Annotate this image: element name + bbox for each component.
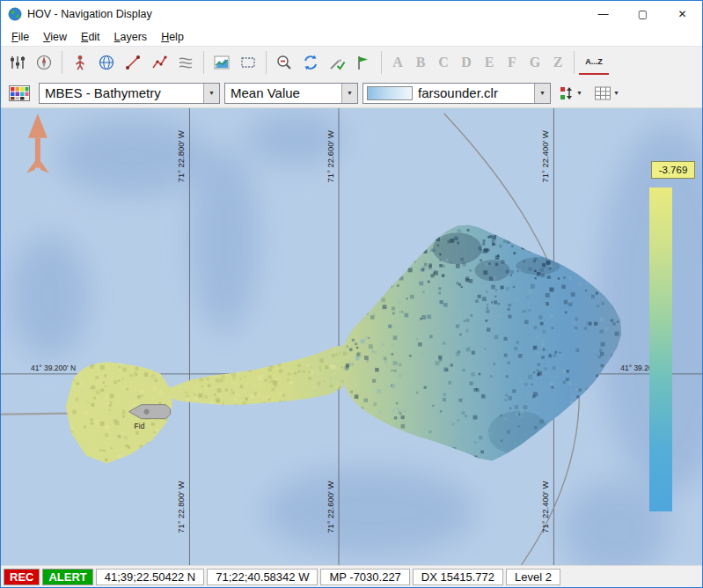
grid-toggle-button[interactable]: ▼ [590, 82, 623, 105]
menu-view[interactable]: View [36, 29, 74, 45]
toolbar-separator [574, 51, 575, 74]
lon-label-bottom-3: 71° 22.400' W [540, 481, 550, 533]
menu-bar: File View Edit Layers Help [1, 27, 702, 46]
line-points-icon [124, 54, 142, 71]
lon-label-top-3: 71° 22.400' W [540, 130, 550, 182]
lon-label-bottom-2: 71° 22.600' W [326, 481, 335, 533]
refresh-button[interactable] [297, 49, 324, 76]
sliders-icon [9, 54, 26, 71]
app-globe-icon [8, 7, 22, 21]
person-marker-button[interactable] [67, 49, 93, 76]
title-bar: HOV - Navigation Display — ▢ ✕ [1, 1, 702, 27]
colorbar-max-value: -3.769 [651, 161, 695, 179]
chevron-down-icon[interactable]: ▼ [341, 84, 357, 103]
globe-button[interactable] [93, 49, 120, 76]
map-canvas[interactable]: Fid 71° 22.800' W 71° 22.600' W 71° 22.4… [1, 108, 702, 565]
map-area[interactable]: Fid 71° 22.800' W 71° 22.600' W 71° 22.4… [1, 108, 702, 565]
select-rect-button[interactable] [235, 49, 261, 76]
chevron-down-icon: ▼ [613, 90, 619, 96]
chevron-down-icon[interactable]: ▼ [203, 84, 219, 103]
compass-button[interactable] [31, 49, 57, 76]
vessel-label: Fid [135, 422, 145, 430]
letter-button-c[interactable]: C [432, 50, 455, 75]
statistic-dropdown-value: Mean Value [225, 85, 341, 100]
toolbar-separator [266, 51, 267, 74]
grid-icon [594, 85, 611, 101]
mp-readout: MP -7030.227 [320, 569, 409, 585]
refresh-icon [302, 54, 319, 71]
line-points-button[interactable] [120, 49, 146, 76]
alert-badge: ALERT [42, 569, 92, 585]
colormap-dropdown-value: farsounder.clr [413, 85, 534, 100]
polyline-add-icon [150, 54, 168, 71]
toolbar-separator [62, 51, 62, 74]
toolbar-separator [203, 51, 204, 74]
lat-label-left: 41° 39.200' N [31, 364, 76, 372]
polyline-add-button[interactable] [146, 49, 172, 76]
sliders-button[interactable] [4, 49, 31, 76]
menu-edit[interactable]: Edit [74, 29, 107, 45]
palette-icon [9, 85, 30, 101]
zoom-out-button[interactable] [271, 49, 297, 76]
app-window: HOV - Navigation Display — ▢ ✕ File View… [0, 0, 703, 588]
measure-check-button[interactable] [324, 49, 350, 76]
depth-colorbar [649, 187, 672, 511]
color-scale-button[interactable]: ▼ [555, 82, 586, 105]
colormap-dropdown[interactable]: farsounder.clr ▼ [362, 83, 551, 104]
rec-badge: REC [4, 569, 40, 585]
lon-label-bottom-1: 71° 22.800' W [176, 481, 186, 533]
compass-icon [35, 54, 53, 71]
status-bar: REC ALERT 41;39;22.50422 N 71;22;40.5834… [1, 565, 702, 587]
dx-readout: DX 15415.772 [413, 569, 503, 585]
close-button[interactable]: ✕ [663, 1, 702, 27]
toolbar-separator [381, 51, 382, 74]
globe-icon [98, 54, 115, 71]
flag-icon [355, 54, 372, 71]
statistic-dropdown[interactable]: Mean Value ▼ [224, 83, 358, 104]
letter-button-g[interactable]: G [524, 50, 546, 75]
color-scale-icon [559, 85, 575, 101]
letter-button-a[interactable]: A [386, 50, 409, 75]
letter-button-f[interactable]: F [501, 50, 524, 75]
level-readout: Level 2 [506, 569, 560, 585]
letter-button-d[interactable]: D [455, 50, 478, 75]
longitude-readout: 71;22;40.58342 W [207, 569, 318, 585]
area-chart-button[interactable] [209, 49, 235, 76]
lon-label-top-1: 71° 22.800' W [176, 130, 186, 182]
zoom-out-icon [275, 54, 293, 71]
main-toolbar: A B C D E F G Z A...Z [1, 46, 702, 78]
letter-button-z[interactable]: Z [546, 50, 569, 75]
window-title: HOV - Navigation Display [27, 8, 583, 20]
layer-dropdown[interactable]: MBES - Bathymetry ▼ [39, 83, 220, 104]
menu-help[interactable]: Help [154, 29, 191, 45]
maximize-button[interactable]: ▢ [623, 1, 663, 27]
chevron-down-icon[interactable]: ▼ [534, 84, 550, 103]
measure-check-icon [328, 54, 346, 71]
flag-button[interactable] [350, 49, 377, 76]
lon-label-top-2: 71° 22.600' W [326, 130, 335, 182]
chevron-down-icon: ▼ [576, 90, 582, 96]
sort-az-button[interactable]: A...Z [579, 50, 609, 75]
palette-button[interactable] [4, 82, 34, 105]
minimize-button[interactable]: — [583, 1, 623, 27]
latitude-readout: 41;39;22.50422 N [96, 569, 204, 585]
menu-file[interactable]: File [4, 29, 36, 45]
letter-button-e[interactable]: E [478, 50, 501, 75]
contours-button[interactable] [172, 49, 199, 76]
layer-dropdown-value: MBES - Bathymetry [40, 85, 203, 100]
colormap-preview [367, 86, 413, 100]
contours-icon [177, 54, 194, 71]
menu-layers[interactable]: Layers [107, 29, 155, 45]
display-toolbar: MBES - Bathymetry ▼ Mean Value ▼ farsoun… [1, 78, 702, 108]
select-rect-icon [239, 54, 257, 71]
area-chart-icon [213, 54, 231, 71]
person-marker-icon [71, 54, 89, 71]
letter-button-b[interactable]: B [409, 50, 432, 75]
